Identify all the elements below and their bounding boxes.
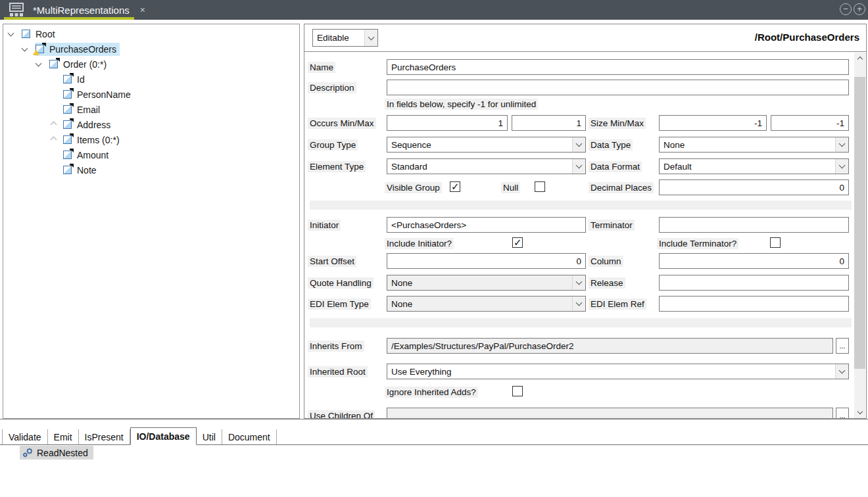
- tree-item-email[interactable]: Email: [3, 102, 103, 117]
- element-icon: [63, 75, 72, 83]
- tree-item-note[interactable]: Note: [3, 162, 100, 178]
- occurs-min-input[interactable]: [387, 115, 508, 131]
- use-children-of-browse-button[interactable]: ...: [836, 408, 849, 419]
- quote-handling-select[interactable]: None: [387, 275, 586, 291]
- tree-item-amount[interactable]: Amount: [3, 147, 112, 162]
- size-min-input[interactable]: [659, 115, 767, 131]
- tree-item-label: Id: [77, 74, 85, 85]
- tree-item-label: PurchaseOrders: [49, 44, 116, 55]
- breadcrumb-path: /Root/PurchaseOrders: [755, 32, 859, 43]
- chevron-down-icon[interactable]: [36, 63, 49, 66]
- tab-io-database[interactable]: IO/Database: [130, 427, 197, 445]
- tree-item-label: Items (0:*): [77, 135, 120, 145]
- titlebar: *MultiRepresentations × − +: [0, 0, 868, 20]
- chevron-down-icon[interactable]: [572, 137, 585, 152]
- data-type-select[interactable]: None: [659, 137, 849, 153]
- tree-item-label: Root: [36, 29, 55, 39]
- inherited-root-select[interactable]: Use Everything: [387, 364, 849, 379]
- occurs-minmax-label: Occurs Min/Max: [308, 118, 376, 129]
- zoom-in-button[interactable]: +: [854, 3, 865, 15]
- column-input[interactable]: [659, 253, 849, 269]
- size-minmax-label: Size Min/Max: [589, 118, 646, 129]
- tree-item-order[interactable]: Order (0:*): [3, 57, 110, 72]
- chevron-down-icon[interactable]: [364, 30, 377, 46]
- decimal-places-label: Decimal Places: [589, 182, 654, 193]
- method-tabbar: Validate Emit IsPresent IO/Database Util…: [0, 427, 868, 445]
- column-label: Column: [589, 256, 623, 267]
- scrollbar-up-arrow[interactable]: [854, 53, 865, 64]
- size-max-input[interactable]: [771, 115, 849, 131]
- chevron-down-icon[interactable]: [835, 364, 848, 379]
- tree-item-personname[interactable]: PersonName: [3, 87, 134, 102]
- scrollbar-down-arrow[interactable]: [854, 407, 865, 418]
- scrollbar-thumb[interactable]: [854, 77, 865, 369]
- start-offset-input[interactable]: [387, 253, 586, 269]
- inherits-from-input[interactable]: [387, 338, 833, 354]
- use-children-of-input[interactable]: [387, 408, 833, 419]
- tree-item-label: Order (0:*): [63, 59, 107, 70]
- tree-item-root[interactable]: Root: [3, 26, 59, 41]
- section-separator: [310, 201, 852, 210]
- decimal-places-input[interactable]: [659, 179, 849, 195]
- chevron-down-icon[interactable]: [835, 137, 848, 152]
- edi-elem-ref-label: EDI Elem Ref: [589, 298, 646, 310]
- tab-util[interactable]: Util: [197, 429, 222, 444]
- tab-ispresent[interactable]: IsPresent: [79, 429, 130, 444]
- data-format-select[interactable]: Default: [659, 158, 849, 174]
- null-checkbox[interactable]: [535, 181, 545, 192]
- element-properties-form: Name Description In fields below, specif…: [304, 52, 867, 419]
- form-scrollbar[interactable]: [854, 53, 865, 418]
- group-type-select[interactable]: Sequence: [387, 137, 586, 153]
- structure-document-icon: [8, 2, 25, 18]
- structure-tree-panel: Root PurchaseOrders Order (0:*) Id: [3, 24, 300, 419]
- include-initiator-checkbox[interactable]: [512, 237, 523, 248]
- inherits-from-browse-button[interactable]: ...: [836, 338, 849, 354]
- element-icon: [63, 151, 72, 159]
- chevron-down-icon[interactable]: [572, 159, 585, 174]
- tree-item-id[interactable]: Id: [3, 72, 88, 87]
- ignore-inherited-adds-label: Ignore Inherited Adds?: [385, 387, 478, 398]
- unlimited-hint: In fields below, specify -1 for unlimite…: [385, 99, 538, 110]
- name-input[interactable]: [387, 59, 849, 75]
- tab-validate[interactable]: Validate: [2, 429, 48, 444]
- element-type-select[interactable]: Standard: [387, 158, 586, 174]
- description-label: Description: [308, 82, 356, 93]
- start-offset-label: Start Offset: [308, 256, 356, 267]
- tree-item-purchaseorders[interactable]: PurchaseOrders: [3, 41, 120, 57]
- tab-close-icon[interactable]: ×: [140, 5, 145, 15]
- tab-emit[interactable]: Emit: [48, 429, 79, 444]
- chevron-down-icon[interactable]: [835, 159, 848, 174]
- chevron-down-icon[interactable]: [572, 296, 585, 311]
- terminator-label: Terminator: [589, 220, 635, 231]
- release-input[interactable]: [659, 275, 849, 291]
- edi-elem-type-label: EDI Elem Type: [308, 298, 371, 310]
- description-input[interactable]: [387, 80, 849, 95]
- tree-item-label: Amount: [77, 150, 108, 160]
- visible-group-label: Visible Group: [385, 182, 442, 193]
- chevron-right-icon[interactable]: [50, 137, 62, 142]
- tab-document[interactable]: Document: [222, 429, 277, 444]
- tree-item-label: PersonName: [77, 89, 131, 100]
- inherits-from-label: Inherits From: [308, 341, 364, 352]
- edi-elem-ref-input[interactable]: [659, 296, 849, 312]
- chevron-right-icon[interactable]: [50, 122, 62, 127]
- tree-item-address[interactable]: Address: [3, 117, 114, 132]
- edit-mode-select[interactable]: Editable: [312, 29, 378, 47]
- element-icon: [63, 90, 72, 99]
- ignore-inherited-adds-checkbox[interactable]: [512, 386, 523, 396]
- element-icon: [63, 135, 72, 144]
- initiator-input[interactable]: [387, 217, 586, 233]
- name-label: Name: [308, 62, 335, 73]
- include-terminator-checkbox[interactable]: [770, 237, 781, 248]
- chevron-down-icon[interactable]: [572, 275, 585, 290]
- edi-elem-type-select[interactable]: None: [387, 296, 586, 312]
- gears-icon: [22, 448, 34, 458]
- zoom-out-button[interactable]: −: [840, 3, 852, 15]
- null-label: Null: [501, 182, 520, 193]
- method-item-readnested[interactable]: ReadNested: [20, 446, 93, 460]
- chevron-down-icon[interactable]: [9, 33, 21, 36]
- terminator-input[interactable]: [659, 217, 849, 233]
- visible-group-checkbox[interactable]: [450, 181, 460, 192]
- tree-item-items[interactable]: Items (0:*): [3, 132, 123, 147]
- occurs-max-input[interactable]: [512, 115, 586, 131]
